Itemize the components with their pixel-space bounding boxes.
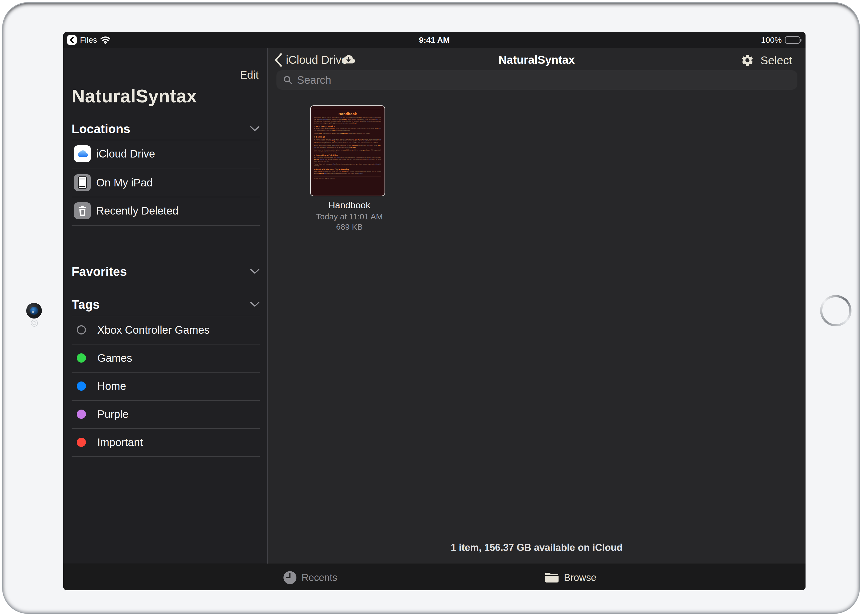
sidebar-item-tag-important[interactable]: Important	[63, 428, 267, 456]
ipad-icon	[74, 174, 91, 191]
preview-heading: ☁Discovery Service	[314, 125, 381, 127]
battery-percent: 100%	[761, 35, 782, 45]
sidebar-app-title: NaturalSyntax	[72, 85, 197, 107]
tag-dot-icon	[77, 354, 86, 363]
sidebar-item-icloud-drive[interactable]: iCloud Drive	[63, 140, 267, 168]
cloud-icon: ☁	[314, 125, 316, 127]
file-size: 689 KB	[310, 222, 389, 231]
tag-dot-icon	[77, 438, 86, 447]
nav-back-button[interactable]: iCloud Drive	[275, 52, 348, 68]
search-bar[interactable]	[277, 70, 798, 90]
search-input[interactable]	[297, 74, 791, 86]
cloud-download-icon[interactable]	[340, 54, 356, 65]
home-button	[820, 295, 851, 326]
gear-icon: ⚙	[314, 136, 315, 138]
status-app-label: Files	[80, 35, 97, 45]
status-battery-group: 100%	[761, 32, 800, 48]
chevron-down-icon	[250, 126, 260, 132]
chevron-down-icon	[250, 302, 260, 308]
import-icon: ⇩	[314, 154, 315, 156]
overlay-icon: ▦	[314, 168, 316, 170]
front-camera	[26, 303, 42, 319]
sidebar-item-tag-games[interactable]: Games	[63, 344, 267, 372]
tab-recents[interactable]: Recents	[283, 564, 337, 590]
file-modified: Today at 11:01 AM	[310, 212, 389, 221]
sidebar-item-on-my-ipad[interactable]: On My iPad	[63, 168, 267, 197]
section-header-favorites[interactable]: Favorites	[72, 264, 260, 279]
icloud-drive-icon	[74, 145, 91, 162]
file-name: Handbook	[310, 200, 389, 211]
preview-paragraph: Welcome to Natural Syntax, within it you…	[314, 117, 381, 124]
sidebar-item-recently-deleted[interactable]: Recently Deleted	[63, 197, 267, 225]
status-bar: Files 9:41 AM 100%	[63, 32, 805, 48]
gear-icon[interactable]	[741, 53, 754, 67]
preview-closing: Thanks for using Natural Syntax!	[314, 178, 381, 179]
chevron-down-icon	[250, 269, 260, 275]
preview-heading: ⇩Importing ePub Files	[314, 154, 381, 156]
stage: Files 9:41 AM 100%	[0, 0, 862, 616]
screen: Files 9:41 AM 100%	[63, 32, 805, 590]
file-thumbnail: Handbook Welcome to Natural Syntax, with…	[310, 105, 385, 196]
ambient-light-sensor	[31, 320, 38, 327]
select-button[interactable]: Select	[760, 54, 792, 67]
ipad-device-frame: Files 9:41 AM 100%	[2, 2, 860, 614]
edit-button[interactable]: Edit	[240, 69, 259, 81]
file-item-handbook[interactable]: Handbook Welcome to Natural Syntax, with…	[310, 105, 389, 231]
tab-browse[interactable]: Browse	[544, 564, 596, 590]
trash-icon	[74, 202, 91, 219]
back-to-app-button[interactable]: Files	[67, 32, 110, 48]
wifi-icon	[100, 36, 110, 44]
clock-icon	[283, 571, 297, 585]
main-pane: iCloud Drive NaturalSyntax Select	[268, 48, 805, 564]
sidebar-item-tag-xbox-controller-games[interactable]: Xbox Controller Games	[63, 316, 267, 344]
preview-heading: ⚙Settings	[314, 136, 381, 138]
tag-dot-icon	[77, 382, 86, 391]
status-time: 9:41 AM	[63, 32, 805, 48]
search-icon	[283, 75, 293, 85]
preview-heading: ▦Lexical Color and Style Overlay	[314, 168, 381, 170]
tag-dot-icon	[77, 410, 86, 419]
preview-title: Handbook	[314, 112, 381, 116]
storage-summary: 1 item, 156.37 GB available on iCloud	[268, 542, 805, 553]
back-to-app-badge-icon	[67, 35, 77, 45]
sidebar-item-tag-purple[interactable]: Purple	[63, 400, 267, 428]
tab-bar: Recents Browse	[63, 564, 805, 590]
tag-ring-icon	[77, 325, 86, 335]
sidebar-item-tag-home[interactable]: Home	[63, 372, 267, 400]
sidebar: Edit NaturalSyntax Locations	[63, 48, 267, 564]
folder-icon	[544, 572, 559, 584]
section-header-locations[interactable]: Locations	[72, 122, 260, 136]
chevron-left-icon	[275, 53, 282, 67]
section-header-tags[interactable]: Tags	[72, 297, 260, 312]
battery-icon	[785, 36, 800, 44]
